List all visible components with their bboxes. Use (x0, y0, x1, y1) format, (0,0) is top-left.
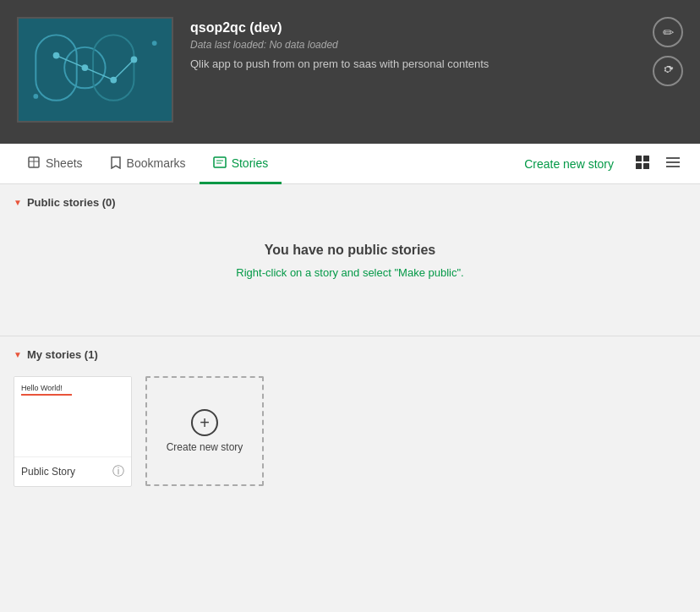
tab-stories[interactable]: Stories (200, 145, 282, 184)
svg-rect-21 (636, 163, 642, 169)
public-stories-header[interactable]: ▼ Public stories (0) (14, 184, 686, 217)
story-footer: Public Story ⓘ (14, 457, 131, 486)
svg-point-4 (53, 52, 60, 59)
svg-rect-0 (19, 19, 171, 121)
public-stories-title: Public stories (0) (27, 196, 116, 209)
svg-point-12 (152, 41, 157, 46)
svg-rect-19 (636, 156, 642, 161)
my-stories-title: My stories (1) (27, 348, 98, 361)
app-info: qsop2qc (dev) Data last loaded: No data … (190, 17, 489, 70)
my-stories-header[interactable]: ▼ My stories (1) (14, 336, 686, 369)
bookmarks-icon (110, 156, 122, 172)
plus-icon: + (191, 409, 218, 436)
settings-icon (661, 63, 675, 79)
story-card[interactable]: Hello World! Public Story ⓘ (14, 376, 132, 487)
tab-bookmarks[interactable]: Bookmarks (96, 145, 200, 184)
my-stories-arrow: ▼ (14, 350, 22, 359)
grid-view-icon (635, 158, 650, 172)
nav-tabs: Sheets Bookmarks Stories Create new stor… (0, 144, 700, 184)
app-thumbnail (17, 17, 173, 123)
svg-rect-20 (643, 156, 649, 161)
story-info-icon[interactable]: ⓘ (112, 464, 124, 479)
app-title: qsop2qc (dev) (190, 20, 489, 36)
story-thumbnail: Hello World! (14, 377, 131, 457)
tab-sheets[interactable]: Sheets (14, 145, 96, 184)
edit-icon: ✏ (663, 25, 674, 41)
stories-icon (213, 156, 227, 171)
sheets-icon (27, 156, 41, 172)
story-thumbnail-text: Hello World! (21, 384, 72, 396)
stories-grid: Hello World! Public Story ⓘ + Create new… (14, 369, 686, 487)
header-actions: ✏ (653, 17, 683, 86)
app-header: qsop2qc (dev) Data last loaded: No data … (0, 0, 700, 144)
public-stories-arrow: ▼ (14, 198, 22, 207)
create-card-label: Create new story (167, 441, 243, 453)
create-new-story-header-button[interactable]: Create new story (516, 152, 622, 176)
svg-rect-25 (666, 166, 680, 167)
list-view-icon (665, 158, 681, 172)
empty-state-desc: Right-click on a story and select "Make … (236, 265, 463, 281)
settings-button[interactable] (653, 56, 683, 86)
data-last-loaded: Data last loaded: No data loaded (190, 39, 489, 51)
svg-rect-22 (643, 163, 649, 169)
view-toggle (629, 150, 686, 178)
header-left: qsop2qc (dev) Data last loaded: No data … (17, 17, 489, 123)
empty-state-title: You have no public stories (265, 243, 435, 258)
tab-sheets-label: Sheets (46, 156, 83, 170)
my-stories-section: ▼ My stories (1) Hello World! Public Sto… (0, 336, 700, 504)
svg-rect-16 (214, 157, 226, 167)
public-stories-empty: You have no public stories Right-click o… (14, 217, 686, 315)
tab-stories-label: Stories (232, 156, 269, 170)
svg-point-11 (33, 94, 38, 99)
list-view-button[interactable] (659, 150, 686, 178)
public-stories-section: ▼ Public stories (0) You have no public … (0, 184, 700, 336)
svg-rect-24 (666, 161, 680, 163)
edit-button[interactable]: ✏ (653, 17, 683, 47)
svg-rect-23 (666, 157, 680, 159)
grid-view-button[interactable] (629, 150, 656, 178)
tab-bookmarks-label: Bookmarks (127, 156, 186, 170)
story-name: Public Story (21, 466, 75, 478)
app-description: Qlik app to push from on prem to saas wi… (190, 57, 489, 70)
main-content: ▼ Public stories (0) You have no public … (0, 184, 700, 612)
create-new-story-card[interactable]: + Create new story (145, 376, 264, 486)
